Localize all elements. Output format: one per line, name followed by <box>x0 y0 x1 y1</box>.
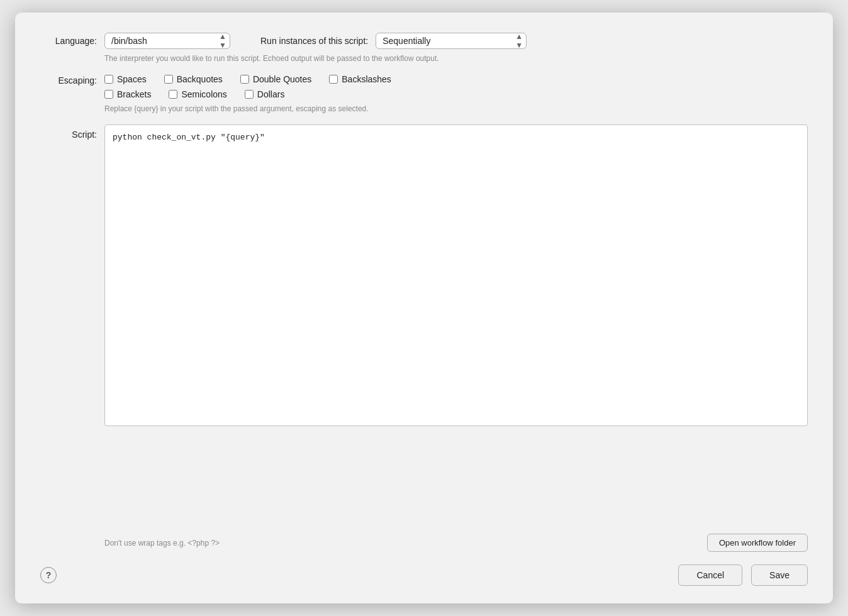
checkbox-spaces[interactable]: Spaces <box>104 74 147 84</box>
run-instances-select-wrapper: SequentiallyConcurrently ▲▼ <box>376 33 527 49</box>
bottom-row: Don't use wrap tags e.g. <?php ?> Open w… <box>104 534 808 552</box>
language-run-row: Language: /bin/bash ▲▼ Run instances of … <box>40 33 808 49</box>
run-instances-label: Run instances of this script: <box>260 36 368 46</box>
checkbox-dollars[interactable]: Dollars <box>245 89 285 99</box>
checkbox-spaces-input[interactable] <box>104 75 113 84</box>
language-hint: The interpreter you would like to run th… <box>104 54 808 63</box>
checkbox-row-1: Spaces Backquotes Double Quotes Backslas… <box>104 74 391 84</box>
help-button[interactable]: ? <box>40 567 57 583</box>
cancel-button[interactable]: Cancel <box>678 564 742 586</box>
checkbox-brackets-input[interactable] <box>104 90 113 99</box>
save-button[interactable]: Save <box>751 564 808 586</box>
checkbox-double-quotes-input[interactable] <box>240 75 249 84</box>
language-select[interactable]: /bin/bash <box>104 33 230 49</box>
run-instances-group: Run instances of this script: Sequential… <box>260 33 527 49</box>
escaping-row: Escaping: Spaces Backquotes Double Quote… <box>40 74 808 99</box>
script-label: Script: <box>40 124 97 140</box>
language-select-wrapper: /bin/bash ▲▼ <box>104 33 230 49</box>
open-workflow-folder-button[interactable]: Open workflow folder <box>707 534 808 552</box>
checkbox-brackets[interactable]: Brackets <box>104 89 151 99</box>
checkbox-row-2: Brackets Semicolons Dollars <box>104 89 391 99</box>
checkboxes-group: Spaces Backquotes Double Quotes Backslas… <box>104 74 391 99</box>
script-textarea[interactable]: python check_on_vt.py "{query}" <box>104 124 808 426</box>
checkbox-semicolons-label: Semicolons <box>181 89 226 99</box>
footer-actions: Cancel Save <box>678 564 808 586</box>
checkbox-dollars-label: Dollars <box>257 89 285 99</box>
escaping-label: Escaping: <box>40 74 97 85</box>
wrap-hint: Don't use wrap tags e.g. <?php ?> <box>104 539 220 547</box>
checkbox-backquotes-input[interactable] <box>164 75 173 84</box>
checkbox-backquotes-label: Backquotes <box>177 74 223 84</box>
checkbox-backslashes-label: Backslashes <box>342 74 391 84</box>
checkbox-brackets-label: Brackets <box>117 89 151 99</box>
checkbox-dollars-input[interactable] <box>245 90 254 99</box>
checkbox-semicolons-input[interactable] <box>169 90 177 99</box>
escaping-hint: Replace {query} in your script with the … <box>104 104 808 113</box>
checkbox-backslashes-input[interactable] <box>329 75 338 84</box>
script-row: Script: python check_on_vt.py "{query}" <box>40 124 808 527</box>
checkbox-double-quotes[interactable]: Double Quotes <box>240 74 311 84</box>
checkbox-semicolons[interactable]: Semicolons <box>169 89 226 99</box>
checkbox-backquotes[interactable]: Backquotes <box>164 74 223 84</box>
checkbox-backslashes[interactable]: Backslashes <box>329 74 391 84</box>
checkbox-double-quotes-label: Double Quotes <box>253 74 311 84</box>
run-instances-select[interactable]: SequentiallyConcurrently <box>376 33 527 49</box>
checkbox-spaces-label: Spaces <box>117 74 147 84</box>
dialog: Language: /bin/bash ▲▼ Run instances of … <box>15 13 833 603</box>
language-label: Language: <box>40 36 97 46</box>
footer: ? Cancel Save <box>40 564 808 586</box>
